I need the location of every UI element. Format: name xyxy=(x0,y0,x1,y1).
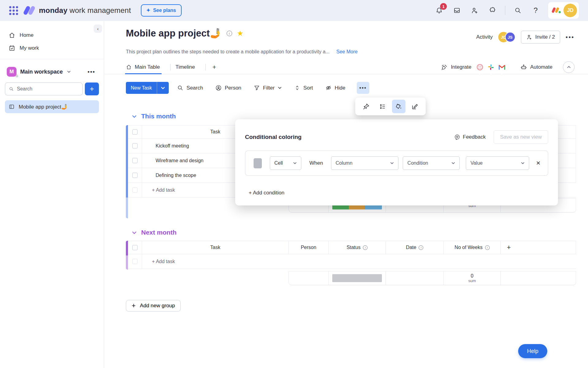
sidebar-search-input[interactable] xyxy=(17,86,79,92)
remove-condition-icon[interactable]: ✕ xyxy=(536,160,541,167)
add-column-header[interactable]: + xyxy=(501,241,576,254)
board-info-icon[interactable]: i xyxy=(227,31,232,36)
conditional-coloring-button[interactable] xyxy=(392,100,405,113)
apps-grid-icon[interactable] xyxy=(9,6,18,15)
favorite-star-icon[interactable]: ★ xyxy=(237,29,244,38)
select-all-checkbox[interactable] xyxy=(132,245,138,250)
panel-title: Conditional coloring xyxy=(245,134,302,140)
row-checkbox[interactable] xyxy=(132,173,138,178)
group-next-month-header[interactable]: Next month xyxy=(132,229,177,236)
column-dropdown[interactable]: Column xyxy=(331,156,399,170)
group-this-month-header[interactable]: This month xyxy=(132,113,176,120)
invite-button[interactable]: Invite / 2 xyxy=(521,31,560,44)
monday-logo-icon xyxy=(24,5,36,16)
automate-button[interactable]: Automate xyxy=(520,64,552,71)
new-task-dropdown[interactable] xyxy=(157,82,169,94)
board-menu-icon[interactable]: ••• xyxy=(566,34,575,40)
weeks-info-icon[interactable]: i xyxy=(485,245,490,250)
sidebar-item-home[interactable]: Home xyxy=(5,29,99,42)
help-question-icon[interactable]: ? xyxy=(530,5,541,16)
add-board-button[interactable]: + xyxy=(85,82,99,95)
sidebar-search[interactable] xyxy=(5,82,83,95)
global-search-icon[interactable] xyxy=(513,5,523,16)
inbox-icon[interactable] xyxy=(452,5,462,16)
feedback-button[interactable]: Feedback xyxy=(454,134,486,140)
more-options-button[interactable]: ••• xyxy=(357,82,369,94)
integrate-plug-icon xyxy=(441,64,448,71)
new-task-button[interactable]: New Task xyxy=(126,82,169,94)
status-info-icon[interactable]: i xyxy=(363,245,368,250)
row-height-button[interactable] xyxy=(376,100,389,113)
add-condition-button[interactable]: + Add condition xyxy=(249,190,285,196)
edit-view-button[interactable] xyxy=(408,100,422,113)
row-checkbox[interactable] xyxy=(132,143,138,148)
chevron-up-icon xyxy=(567,65,571,69)
activity-button[interactable]: Activity xyxy=(476,34,493,40)
row-checkbox[interactable] xyxy=(132,158,138,163)
cell-dropdown[interactable]: Cell xyxy=(270,156,301,170)
select-all-cell xyxy=(128,241,142,254)
date-info-icon[interactable]: i xyxy=(419,245,423,250)
product-brand[interactable]: monday work management xyxy=(24,5,131,16)
tab-main-table[interactable]: Main Table xyxy=(126,60,165,74)
gmail-badge-icon xyxy=(495,60,509,75)
marketplace-puzzle-icon[interactable] xyxy=(487,5,498,16)
hide-button[interactable]: Hide xyxy=(321,82,349,94)
value-dropdown[interactable]: Value xyxy=(466,156,529,170)
column-header-date[interactable]: Date i xyxy=(386,241,444,254)
group-title[interactable]: Next month xyxy=(141,229,177,236)
integrate-button[interactable]: Integrate xyxy=(441,64,471,71)
group-title[interactable]: This month xyxy=(141,113,176,120)
invite-members-icon[interactable] xyxy=(469,5,480,16)
account-switcher[interactable]: JD xyxy=(548,2,579,19)
sidebar-item-my-work[interactable]: My work xyxy=(5,42,99,55)
paint-bucket-icon xyxy=(395,103,402,110)
see-plans-button[interactable]: ✦ See plans xyxy=(141,4,182,17)
chevron-down-icon xyxy=(451,161,455,165)
filter-button[interactable]: Filter xyxy=(250,82,286,94)
help-button[interactable]: Help xyxy=(518,344,547,358)
monday-app: monday work management ✦ See plans 1 xyxy=(0,0,588,368)
select-all-checkbox[interactable] xyxy=(132,129,138,135)
tab-timeline[interactable]: Timeline xyxy=(175,60,201,74)
sort-button[interactable]: Sort xyxy=(290,82,317,94)
search-button[interactable]: Search xyxy=(173,82,207,94)
collapse-header-button[interactable] xyxy=(563,61,575,73)
pin-view-button[interactable] xyxy=(360,100,373,113)
board-title[interactable]: Mobile app project🤳 xyxy=(126,28,222,39)
condition-dropdown[interactable]: Condition xyxy=(403,156,460,170)
add-new-group-button[interactable]: + Add new group xyxy=(126,300,181,312)
person-filter-button[interactable]: Person xyxy=(211,82,245,94)
user-avatar[interactable]: JD xyxy=(564,4,577,17)
workspace-switcher[interactable]: M ⌂ Main workspace ••• xyxy=(5,65,99,79)
column-header-status[interactable]: Status i xyxy=(329,241,386,254)
group-collapse-chevron-icon[interactable] xyxy=(132,230,137,235)
column-header-person[interactable]: Person xyxy=(289,241,329,254)
table-header-row: Task Person Status i Date i No of Weeks … xyxy=(128,241,576,254)
column-header-weeks[interactable]: No of Weeks i xyxy=(444,241,501,254)
search-icon xyxy=(177,85,183,91)
activity-avatars[interactable]: JD JS xyxy=(498,32,515,42)
column-header-task[interactable]: Task xyxy=(142,241,289,254)
add-task-button[interactable]: + Add task xyxy=(142,254,289,269)
group-collapse-chevron-icon[interactable] xyxy=(132,114,137,119)
summary-status-cell[interactable] xyxy=(328,271,386,285)
product-name: monday work management xyxy=(39,6,131,15)
workspace-menu-icon[interactable]: ••• xyxy=(88,69,97,75)
sidebar-board-item[interactable]: Mobile app project🤳 xyxy=(5,100,99,113)
panel-header: Conditional coloring Feedback Save as ne… xyxy=(245,130,548,144)
chevron-down-icon xyxy=(521,161,525,165)
notifications-bell-icon[interactable]: 1 xyxy=(434,5,444,16)
topbar-right: 1 ? JD xyxy=(434,2,579,19)
add-view-button[interactable]: + xyxy=(211,63,218,71)
add-column-icon[interactable]: + xyxy=(501,243,511,251)
integration-app-badges[interactable] xyxy=(476,60,509,75)
group-next-month-summary: 0 sum xyxy=(289,271,576,285)
chevron-down-icon[interactable] xyxy=(67,70,71,74)
chevron-down-icon[interactable] xyxy=(278,86,282,90)
save-as-new-view-button[interactable]: Save as new view xyxy=(494,130,548,144)
see-more-link[interactable]: See More xyxy=(336,49,357,55)
sidebar-collapse-icon[interactable]: ‹ xyxy=(94,25,102,33)
row-checkbox xyxy=(132,259,138,264)
color-swatch[interactable] xyxy=(254,158,262,168)
